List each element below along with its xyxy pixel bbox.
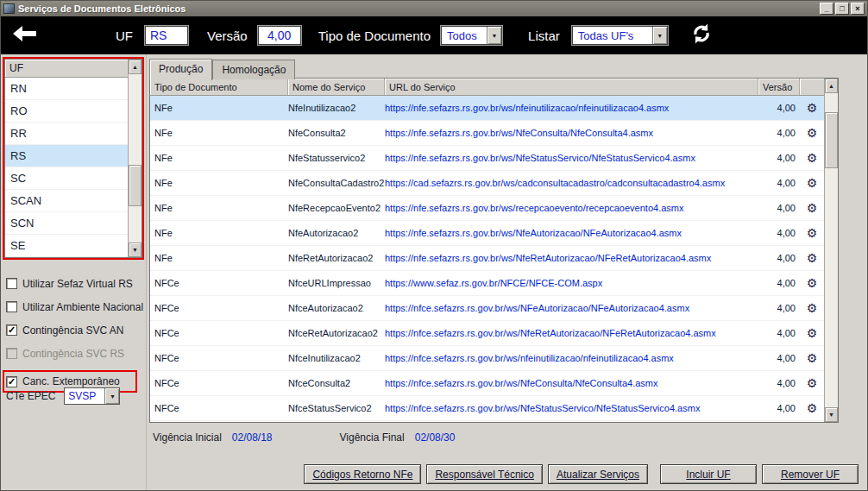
table-scrollbar[interactable]: ▲ ▼ — [824, 79, 838, 422]
checkbox[interactable]: ✓ — [6, 376, 17, 387]
gear-icon[interactable]: ⚙ — [800, 277, 824, 289]
chevron-down-icon[interactable]: ▼ — [487, 27, 501, 44]
footer-button[interactable]: Atualizar Serviços — [548, 464, 648, 484]
table-row[interactable]: NFCe NfceRetAutorizacao2 https://nfce.se… — [150, 321, 824, 346]
checkbox[interactable] — [6, 278, 17, 289]
refresh-button[interactable] — [690, 22, 713, 48]
close-button[interactable]: × — [851, 3, 865, 15]
checkbox[interactable]: ✓ — [6, 324, 17, 336]
window-title: Serviços de Documentos Eletrônicos — [18, 3, 816, 14]
uf-list-item[interactable]: SCAN — [5, 190, 128, 212]
footer-button[interactable]: Remover UF — [762, 464, 859, 484]
checkbox[interactable] — [6, 301, 17, 312]
table-row[interactable]: NFe NfeConsulta2 https://nfe.sefazrs.rs.… — [150, 121, 824, 146]
table-row[interactable]: NFe NfeInutilizacao2 https://nfe.sefazrs… — [150, 96, 824, 121]
scrollbar-thumb[interactable] — [825, 112, 838, 168]
gear-icon[interactable]: ⚙ — [800, 352, 824, 364]
checkbox-row[interactable]: Utilizar Sefaz Virtual RS — [6, 272, 144, 295]
checkbox-row[interactable]: ✓ Contingência SVC AN — [6, 318, 144, 342]
maximize-button[interactable]: □ — [835, 3, 849, 15]
table-row[interactable]: NFCe NfceURLImpressao https://www.sefaz.… — [150, 271, 824, 296]
checkbox-label: Contingência SVC RS — [22, 348, 124, 360]
back-button[interactable] — [13, 26, 36, 45]
cte-epec-value: SVSP — [65, 388, 104, 404]
back-arrow-icon — [13, 26, 36, 45]
tipo-documento-label: Tipo de Documento — [318, 28, 431, 43]
app-icon — [3, 3, 15, 14]
col-header-tipo-documento[interactable]: Tipo de Documento — [150, 79, 288, 95]
cell-nome-servico: NfceURLImpressao — [288, 278, 385, 288]
footer-button[interactable]: Códigos Retorno NFe — [304, 464, 421, 484]
uf-list-item[interactable]: RO — [5, 100, 128, 123]
uf-list-item[interactable]: RR — [5, 123, 128, 145]
table-row[interactable]: NFCe NfceInutilizacao2 https://nfce.sefa… — [150, 346, 824, 371]
cell-nome-servico: NfceConsulta2 — [288, 378, 385, 388]
cell-url-servico: https://nfe.sefazrs.rs.gov.br/ws/NfeCons… — [385, 128, 758, 138]
gear-icon[interactable]: ⚙ — [800, 177, 824, 189]
table-row[interactable]: NFCe NfceAutorizacao2 https://nfce.sefaz… — [150, 296, 824, 321]
uf-list-item[interactable]: SC — [5, 167, 128, 190]
table-row[interactable]: NFe NfeRetAutorizacao2 https://nfe.sefaz… — [150, 246, 824, 271]
footer-button[interactable]: Responsável Técnico — [426, 464, 543, 484]
cte-epec-select[interactable]: SVSP ▼ — [64, 387, 120, 405]
scrollbar-track[interactable] — [825, 93, 838, 407]
cell-tipo-documento: NFe — [150, 128, 288, 138]
uf-list-header[interactable]: UF — [5, 60, 128, 78]
footer-button[interactable]: Incluir UF — [660, 464, 757, 484]
gear-icon[interactable]: ⚙ — [800, 127, 824, 139]
table-row[interactable]: NFCe NfceConsulta2 https://nfce.sefazrs.… — [150, 371, 824, 396]
uf-input[interactable]: RS — [145, 26, 188, 45]
tipo-documento-select[interactable]: Todos ▼ — [441, 26, 502, 45]
scrollbar-track[interactable] — [129, 74, 142, 242]
cell-versao: 4,00 — [758, 253, 800, 263]
table-row[interactable]: NFe NfeAutorizacao2 https://nfe.sefazrs.… — [150, 221, 824, 246]
scroll-up-icon[interactable]: ▲ — [825, 79, 838, 93]
table-row[interactable]: NFe NfeConsultaCadastro2 https://cad.sef… — [150, 171, 824, 196]
gear-icon[interactable]: ⚙ — [800, 252, 824, 264]
cell-versao: 4,00 — [758, 353, 800, 363]
vigencia-inicial-label: Vigência Inicial — [153, 431, 222, 444]
col-header-nome-servico[interactable]: Nome do Serviço — [288, 79, 385, 95]
listar-select[interactable]: Todas UF's ▼ — [572, 26, 668, 45]
scroll-up-icon[interactable]: ▲ — [129, 60, 142, 74]
uf-list-item[interactable]: RN — [5, 78, 128, 100]
scroll-down-icon[interactable]: ▼ — [129, 242, 142, 257]
col-header-url-servico[interactable]: URL do Serviço — [385, 79, 758, 95]
uf-list-item[interactable]: SE — [5, 235, 128, 257]
scrollbar-thumb[interactable] — [129, 165, 142, 206]
vigencia-bar: Vigência Inicial 02/08/18 Vigência Final… — [153, 430, 455, 445]
cte-epec-row: CTe EPEC SVSP ▼ — [6, 387, 120, 405]
gear-icon[interactable]: ⚙ — [800, 402, 824, 414]
checkbox[interactable] — [6, 348, 17, 359]
gear-icon[interactable]: ⚙ — [800, 102, 824, 114]
cell-versao: 4,00 — [758, 303, 800, 313]
sidebar: UF RN RO RR RS SC SCAN SCN SE ▲ ▼ — [1, 54, 146, 490]
cell-versao: 4,00 — [758, 228, 800, 238]
tab-producao[interactable]: Produção — [149, 59, 212, 80]
scroll-down-icon[interactable]: ▼ — [825, 407, 838, 422]
gear-icon[interactable]: ⚙ — [800, 327, 824, 339]
cell-versao: 4,00 — [758, 103, 800, 113]
uf-list-item[interactable]: RS — [5, 145, 128, 167]
chevron-down-icon[interactable]: ▼ — [652, 27, 667, 44]
uf-list-item[interactable]: SCN — [5, 212, 128, 235]
tab-bar: Produção Homologação — [149, 59, 295, 79]
gear-icon[interactable]: ⚙ — [800, 227, 824, 239]
gear-icon[interactable]: ⚙ — [800, 377, 824, 389]
gear-icon[interactable]: ⚙ — [800, 202, 824, 214]
table-row[interactable]: NFCe NfceStatusServico2 https://nfce.sef… — [150, 396, 824, 421]
table-row[interactable]: NFe NfeStatusservico2 https://nfe.sefazr… — [150, 146, 824, 171]
col-header-versao[interactable]: Versão — [758, 79, 800, 95]
table-row[interactable]: NFe NfeRecepcaoEvento2 https://nfe.sefaz… — [150, 196, 824, 221]
versao-input[interactable]: 4,00 — [258, 26, 301, 45]
checkbox-row[interactable]: Contingência SVC RS — [6, 342, 144, 365]
title-bar[interactable]: Serviços de Documentos Eletrônicos _ □ × — [1, 1, 867, 16]
gear-icon[interactable]: ⚙ — [800, 152, 824, 164]
checkbox-row[interactable]: Utilizar Ambiente Nacional — [6, 295, 144, 318]
cell-tipo-documento: NFCe — [150, 328, 288, 338]
uf-list-scrollbar[interactable]: ▲ ▼ — [128, 60, 142, 257]
chevron-down-icon[interactable]: ▼ — [104, 388, 119, 404]
gear-icon[interactable]: ⚙ — [800, 302, 824, 314]
minimize-button[interactable]: _ — [820, 3, 833, 15]
tab-homologacao[interactable]: Homologação — [212, 60, 295, 79]
